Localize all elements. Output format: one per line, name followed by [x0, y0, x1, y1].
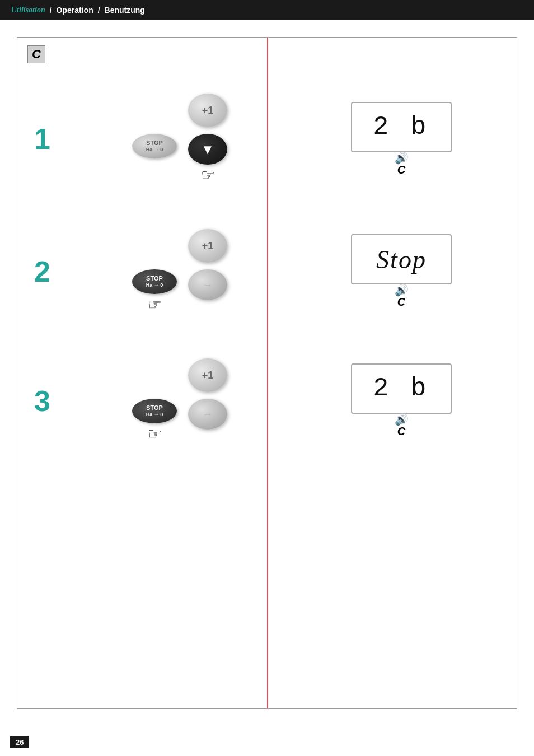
icon-label-c-3: C: [397, 425, 405, 438]
arrow-right-icon-3: →: [202, 408, 213, 421]
plus1-button-1[interactable]: +1: [188, 94, 227, 127]
stop-label-3: STOP: [146, 404, 163, 412]
header-operation: Operation: [57, 6, 93, 15]
arrow-button-3[interactable]: →: [188, 399, 227, 430]
stop-label-2: STOP: [146, 275, 163, 282]
plus1-label-3: +1: [202, 370, 214, 381]
speaker-area-3: 🔊 C: [395, 414, 409, 438]
step-row-3: 3 +1 STOP Ha → 0: [34, 358, 500, 443]
main-content: C 1 +1: [0, 20, 534, 720]
lcd-display-1: 2 b: [351, 102, 452, 152]
speaker-area-2: 🔊 C: [395, 284, 409, 309]
stop-label-1: STOP: [146, 139, 163, 147]
lcd-text-3: 2 b: [373, 374, 430, 403]
arrow-button-1[interactable]: ▼: [188, 134, 227, 165]
step-right-2: Stop 🔊 C: [280, 234, 500, 309]
step-number-2: 2: [34, 255, 79, 288]
header-slash1: /: [50, 6, 52, 15]
icon-label-c-2: C: [397, 296, 405, 309]
plus1-button-2[interactable]: +1: [188, 229, 227, 263]
vibration-icon-3: 🔊: [395, 414, 409, 425]
instruction-box: C 1 +1: [17, 37, 517, 709]
stop-sublabel-3: Ha → 0: [146, 412, 163, 418]
stop-button-1[interactable]: STOP Ha → 0: [132, 134, 177, 158]
step-row-bottom-2: STOP Ha → 0 ☞ →: [132, 269, 227, 314]
arrow-down-icon-1: ▼: [201, 142, 214, 157]
speaker-area-1: 🔊 C: [395, 152, 409, 176]
step-row-top-3: +1: [132, 358, 227, 392]
lcd-text-1: 2 b: [373, 113, 430, 142]
plus1-label-1: +1: [202, 105, 214, 116]
step-row-top-2: +1: [132, 229, 227, 263]
step-left-2: +1 STOP Ha → 0 ☞: [79, 229, 280, 314]
header-bar: Utilisation / Operation / Benutzung: [0, 0, 534, 20]
lcd-text-2: Stop: [376, 245, 427, 274]
step-right-1: 2 b 🔊 C: [280, 102, 500, 176]
step-inner-left-3: +1 STOP Ha → 0 ☞: [132, 358, 227, 443]
hand-icon-3: ☞: [148, 424, 162, 443]
step-left-1: +1 STOP Ha → 0: [79, 94, 280, 184]
plus1-button-3[interactable]: +1: [188, 358, 227, 392]
arrow-button-2[interactable]: →: [188, 269, 227, 300]
box-label-c: C: [27, 45, 45, 63]
step-inner-left-2: +1 STOP Ha → 0 ☞: [132, 229, 227, 314]
vibration-icon-2: 🔊: [395, 284, 409, 296]
header-slash2: /: [98, 6, 100, 15]
step-row-2: 2 +1 STOP Ha → 0: [34, 229, 500, 314]
step-number-1: 1: [34, 122, 79, 156]
hand-icon-2: ☞: [148, 295, 162, 314]
lcd-display-3: 2 b: [351, 363, 452, 414]
stop-sublabel-2: Ha → 0: [146, 282, 163, 288]
stop-button-2[interactable]: STOP Ha → 0: [132, 269, 177, 294]
hand-icon-1: ☞: [201, 166, 215, 184]
stop-button-3[interactable]: STOP Ha → 0: [132, 399, 177, 423]
vibration-icon-1: 🔊: [395, 152, 409, 164]
step-row-1: 1 +1 ST: [34, 94, 500, 184]
page-number: 26: [10, 736, 29, 748]
plus1-label-2: +1: [202, 240, 214, 252]
header-benutzung: Benutzung: [105, 6, 145, 15]
step-inner-left-1: +1 STOP Ha → 0: [132, 94, 227, 184]
step-row-bottom-1: STOP Ha → 0 ▼ ☞: [132, 134, 227, 184]
arrow-right-icon-2: →: [202, 278, 213, 291]
lcd-display-2: Stop: [351, 234, 452, 284]
stop-sublabel-1: Ha → 0: [146, 147, 163, 153]
step-left-3: +1 STOP Ha → 0 ☞: [79, 358, 280, 443]
icon-label-c-1: C: [397, 164, 405, 176]
step-right-3: 2 b 🔊 C: [280, 363, 500, 438]
step-number-3: 3: [34, 384, 79, 418]
header-utilisation: Utilisation: [11, 6, 45, 15]
step-row-bottom-3: STOP Ha → 0 ☞ →: [132, 399, 227, 443]
step-row-top-1: +1: [132, 94, 227, 127]
